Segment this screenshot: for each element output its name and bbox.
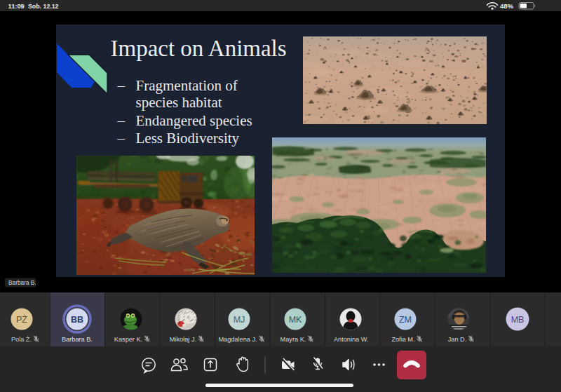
- svg-text:Less Biodiversity: Less Biodiversity: [136, 130, 240, 147]
- svg-text:–: –: [117, 112, 126, 129]
- svg-text:Barbara B.: Barbara B.: [62, 336, 93, 343]
- svg-text:MK: MK: [289, 315, 302, 325]
- svg-text:Kasper K.: Kasper K.: [114, 336, 142, 343]
- svg-text:48%: 48%: [500, 2, 514, 10]
- svg-text:Impact on Animals: Impact on Animals: [111, 36, 287, 61]
- svg-text:–: –: [117, 130, 126, 147]
- svg-text:11:09: 11:09: [8, 3, 25, 10]
- svg-text:PŻ: PŻ: [16, 315, 27, 325]
- svg-text:Pola Ż.: Pola Ż.: [11, 336, 32, 343]
- svg-text:MJ: MJ: [234, 315, 245, 325]
- svg-text:Barbara B.: Barbara B.: [8, 279, 36, 286]
- svg-text:Magdalena J.: Magdalena J.: [218, 336, 257, 343]
- svg-text:Fragmentation of: Fragmentation of: [136, 77, 238, 94]
- svg-text:BB: BB: [71, 315, 83, 325]
- svg-text:ZM: ZM: [399, 315, 412, 325]
- svg-text:Jan D.: Jan D.: [448, 336, 467, 343]
- svg-text:Antonina W.: Antonina W.: [334, 336, 369, 343]
- svg-text:–: –: [117, 77, 126, 94]
- svg-text:Mikołaj J.: Mikołaj J.: [170, 336, 196, 343]
- svg-text:Sob. 12.12: Sob. 12.12: [28, 3, 59, 10]
- svg-text:MB: MB: [511, 315, 525, 325]
- svg-text:species habitat: species habitat: [136, 94, 222, 111]
- svg-text:Zofia M.: Zofia M.: [391, 336, 414, 343]
- svg-text:Mayra K.: Mayra K.: [280, 336, 306, 343]
- svg-text:Endangered species: Endangered species: [136, 112, 252, 129]
